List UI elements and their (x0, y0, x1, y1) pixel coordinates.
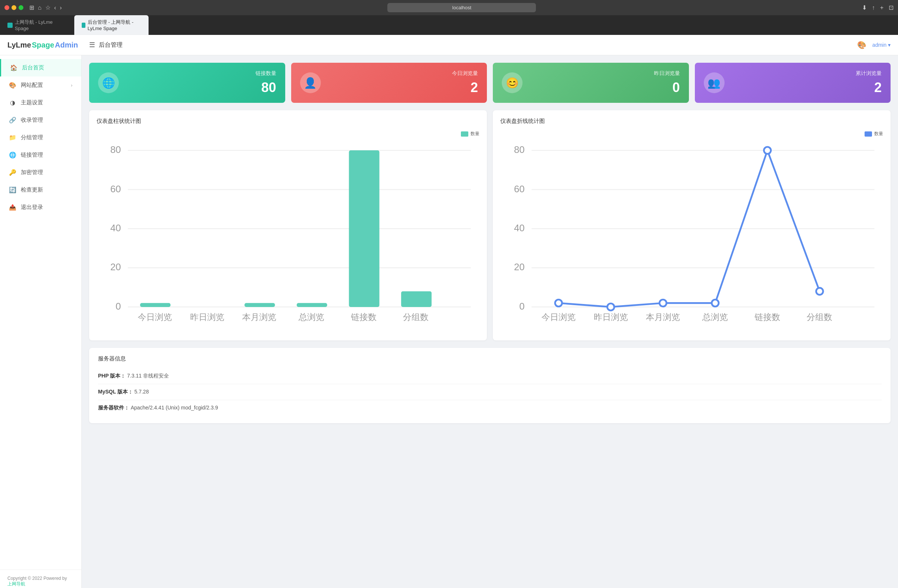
sidebar-item-group[interactable]: 📁 分组管理 (0, 129, 81, 146)
svg-rect-10 (140, 303, 171, 307)
links-stat-label: 链接数量 (125, 70, 276, 77)
new-tab-icon[interactable]: + (880, 5, 884, 11)
admin-dropdown[interactable]: admin ▾ (872, 42, 890, 48)
svg-text:今日浏览: 今日浏览 (138, 312, 172, 322)
page-title: 后台管理 (99, 41, 123, 49)
home-icon[interactable]: ⌂ (38, 5, 42, 11)
theme-icon: ◑ (9, 99, 16, 106)
svg-point-37 (816, 288, 823, 295)
tab-admin[interactable]: 后台管理 - 上网导航 - LyLme Spage (74, 15, 149, 35)
back-icon[interactable]: ‹ (54, 5, 56, 11)
software-value: Apache/2.4.41 (Unix) mod_fcgid/2.3.9 (131, 405, 218, 411)
stat-card-links: 🌐 链接数量 80 (89, 63, 285, 103)
line-legend-label: 数量 (874, 130, 883, 137)
sidebar-item-update[interactable]: 🔄 检查更新 (0, 181, 81, 199)
sidebar-nav: 🏠 后台首页 🎨 网站配置 › ◑ 主题设置 🔗 收录管理 📁 (0, 55, 81, 570)
links-stat-info: 链接数量 80 (125, 70, 276, 95)
svg-text:20: 20 (110, 262, 121, 272)
home-icon: 🏠 (10, 64, 17, 71)
chart-row: 仪表盘柱状统计图 数量 80 60 40 20 0 (89, 110, 890, 341)
php-label: PHP 版本： (98, 373, 126, 379)
sidebar-item-links[interactable]: 🌐 链接管理 (0, 146, 81, 164)
svg-point-35 (712, 299, 719, 307)
sidebar-item-theme[interactable]: ◑ 主题设置 (0, 94, 81, 111)
fullscreen-button[interactable] (18, 5, 23, 10)
sidebar-item-password[interactable]: 🔑 加密管理 (0, 164, 81, 181)
password-icon: 🔑 (9, 169, 16, 176)
chevron-right-icon: › (71, 83, 72, 88)
sidebar-toggle-icon[interactable]: ⊞ (29, 4, 34, 11)
logo-admin: Admin (55, 41, 78, 49)
svg-point-36 (764, 147, 771, 154)
total-stat-icon: 👥 (704, 72, 724, 93)
sidebar-theme-label: 主题设置 (21, 99, 43, 106)
today-stat-value: 2 (327, 80, 478, 95)
admin-arrow-icon: ▾ (888, 42, 890, 48)
sidebar-item-collection[interactable]: 🔗 收录管理 (0, 111, 81, 129)
yesterday-stat-info: 昨日浏览量 0 (529, 70, 680, 95)
line-chart-legend: 数量 (500, 130, 883, 137)
close-button[interactable] (5, 5, 9, 10)
svg-text:本月浏览: 本月浏览 (242, 312, 276, 322)
bar-legend-color (461, 131, 468, 137)
logo-lylme: LyLme (8, 41, 31, 49)
bar-chart-legend: 数量 (97, 130, 480, 137)
svg-text:昨日浏览: 昨日浏览 (594, 312, 628, 322)
svg-text:昨日浏览: 昨日浏览 (190, 312, 224, 322)
line-chart-svg: 80 60 40 20 0 (500, 140, 883, 332)
line-chart-panel: 仪表盘折线统计图 数量 80 60 40 20 0 (493, 110, 890, 341)
line-chart-svg-container: 80 60 40 20 0 (500, 140, 883, 333)
sidebar-item-home[interactable]: 🏠 后台首页 (0, 59, 81, 77)
stat-cards: 🌐 链接数量 80 👤 今日浏览量 2 😊 昨日浏览 (89, 63, 890, 103)
sidebar-update-label: 检查更新 (21, 186, 43, 193)
svg-text:总浏览: 总浏览 (298, 312, 324, 322)
browser-menu-icon[interactable]: ⊡ (889, 4, 893, 11)
sidebar-item-site-config[interactable]: 🎨 网站配置 › (0, 77, 81, 94)
sidebar-logout-label: 退出登录 (21, 204, 43, 211)
total-stat-info: 累计浏览量 2 (730, 70, 882, 95)
server-info-title: 服务器信息 (98, 355, 882, 362)
browser-chrome: ⊞ ⌂ ☆ ‹ › localhost ⬇ ↑ + ⊡ (0, 0, 898, 15)
svg-text:分组数: 分组数 (403, 312, 429, 322)
header: LyLme Spage Admin ☰ 后台管理 🎨 admin ▾ (0, 35, 898, 55)
share-icon[interactable]: ↑ (872, 5, 875, 11)
tab-favicon (8, 23, 12, 28)
links-stat-icon: 🌐 (98, 72, 119, 93)
software-label: 服务器软件： (98, 405, 129, 411)
mysql-label: MySQL 版本： (98, 388, 133, 395)
svg-text:80: 80 (514, 144, 525, 155)
server-info-software: 服务器软件： Apache/2.4.41 (Unix) mod_fcgid/2.… (98, 400, 882, 416)
svg-text:0: 0 (115, 301, 121, 312)
sidebar-footer: Copyright © 2022 Powered by 上网导航 (0, 570, 81, 588)
svg-rect-14 (349, 150, 380, 307)
tab-nav[interactable]: 上网导航 - LyLme Spage (0, 15, 74, 35)
forward-icon[interactable]: › (60, 5, 62, 11)
app: LyLme Spage Admin ☰ 后台管理 🎨 admin ▾ 🏠 后台首… (0, 35, 898, 588)
minimize-button[interactable] (12, 5, 16, 10)
copyright-link[interactable]: 上网导航 (8, 581, 25, 586)
bar-chart-svg-container: 80 60 40 20 0 (97, 140, 480, 333)
palette-icon[interactable]: 🎨 (857, 40, 866, 49)
collection-icon: 🔗 (9, 117, 16, 124)
today-stat-label: 今日浏览量 (327, 70, 478, 77)
site-config-icon: 🎨 (9, 82, 16, 89)
tab-admin-favicon (82, 23, 85, 28)
bookmark-icon[interactable]: ☆ (45, 4, 51, 11)
sidebar: 🏠 后台首页 🎨 网站配置 › ◑ 主题设置 🔗 收录管理 📁 (0, 55, 82, 588)
sidebar-item-logout[interactable]: 📤 退出登录 (0, 199, 81, 216)
svg-text:60: 60 (514, 184, 525, 194)
server-info-php: PHP 版本： 7.3.11 非线程安全 (98, 368, 882, 384)
svg-text:80: 80 (110, 144, 121, 155)
line-legend-color (864, 131, 872, 137)
download-icon[interactable]: ⬇ (862, 4, 867, 11)
hamburger-menu-icon[interactable]: ☰ (89, 41, 95, 49)
address-bar[interactable]: localhost (387, 3, 536, 12)
mysql-value: 5.7.28 (134, 388, 149, 395)
total-stat-label: 累计浏览量 (730, 70, 882, 77)
update-icon: 🔄 (9, 186, 16, 193)
group-icon: 📁 (9, 134, 16, 141)
svg-rect-12 (244, 303, 275, 307)
svg-text:链接数: 链接数 (754, 312, 780, 322)
sidebar-home-label: 后台首页 (22, 64, 44, 71)
logo-spage: Spage (32, 41, 54, 49)
